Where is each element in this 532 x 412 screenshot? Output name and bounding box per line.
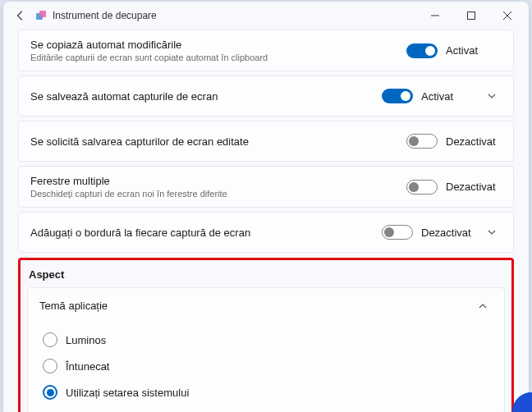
svg-rect-2	[468, 12, 475, 20]
theme-expander-header[interactable]: Temă aplicație	[28, 288, 504, 323]
toggle-status: Dezactivat	[421, 227, 477, 239]
setting-text: Ferestre multiple Deschideți capturi de …	[30, 175, 406, 199]
theme-expander: Temă aplicație Luminos Întunecat Utiliza…	[27, 287, 505, 412]
maximize-button[interactable]	[453, 3, 489, 28]
setting-title: Se salvează automat capturile de ecran	[30, 90, 382, 103]
minimize-button[interactable]	[417, 3, 453, 28]
setting-title: Adăugați o bordură la fiecare captură de…	[30, 227, 382, 239]
chevron-down-icon	[482, 91, 502, 101]
toggle-switch[interactable]	[406, 43, 438, 58]
window-controls	[417, 3, 525, 28]
setting-subtitle: Editările capturii de ecran sunt copiate…	[30, 53, 406, 62]
theme-option[interactable]: Utilizați setarea sistemului	[39, 379, 493, 405]
toggle-switch[interactable]	[382, 89, 413, 103]
setting-row[interactable]: Adăugați o bordură la fiecare captură de…	[18, 212, 514, 253]
setting-title: Se copiază automat modificările	[30, 39, 406, 51]
chevron-up-icon	[473, 301, 493, 311]
app-window: Instrument de decupare Se copiază automa…	[3, 2, 529, 412]
back-button[interactable]	[10, 5, 31, 26]
setting-title: Se solicită salvarea capturilor de ecran…	[30, 135, 406, 148]
toggle-switch[interactable]	[382, 225, 413, 240]
toggle-status: Activat	[421, 90, 477, 103]
aspect-section-label: Aspect	[29, 268, 503, 281]
setting-row[interactable]: Se solicită salvarea capturilor de ecran…	[18, 121, 514, 162]
app-icon	[34, 9, 48, 22]
setting-title: Ferestre multiple	[30, 175, 406, 187]
setting-text: Se salvează automat capturile de ecran	[30, 90, 382, 103]
settings-content[interactable]: Se copiază automat modificările Edităril…	[3, 30, 529, 412]
toggle-status: Activat	[446, 44, 502, 57]
window-title: Instrument de decupare	[53, 10, 417, 21]
aspect-highlight: Aspect Temă aplicație Luminos Întunecat …	[18, 258, 514, 412]
radio-button[interactable]	[43, 332, 57, 347]
toggle-switch[interactable]	[406, 134, 438, 149]
setting-row[interactable]: Se copiază automat modificările Edităril…	[18, 30, 514, 71]
toggle-switch[interactable]	[406, 180, 438, 195]
theme-radio-list: Luminos Întunecat Utilizați setarea sist…	[28, 323, 504, 412]
theme-option-label: Utilizați setarea sistemului	[66, 387, 189, 399]
radio-button[interactable]	[43, 359, 57, 373]
setting-row[interactable]: Ferestre multiple Deschideți capturi de …	[18, 166, 514, 208]
toggle-status: Dezactivat	[446, 135, 502, 148]
toggle-status: Dezactivat	[446, 181, 502, 193]
setting-text: Se copiază automat modificările Edităril…	[30, 39, 406, 62]
setting-text: Adăugați o bordură la fiecare captură de…	[30, 227, 382, 239]
theme-option-label: Întunecat	[66, 360, 110, 373]
theme-option-label: Luminos	[66, 334, 106, 346]
setting-subtitle: Deschideți capturi de ecran noi în feres…	[30, 189, 406, 199]
titlebar: Instrument de decupare	[3, 2, 529, 30]
theme-option[interactable]: Întunecat	[39, 353, 493, 379]
setting-row[interactable]: Se salvează automat capturile de ecran A…	[18, 76, 514, 117]
svg-rect-1	[39, 11, 46, 17]
close-button[interactable]	[489, 3, 525, 28]
theme-title: Temă aplicație	[39, 300, 468, 312]
setting-text: Se solicită salvarea capturilor de ecran…	[30, 135, 406, 148]
radio-button[interactable]	[43, 385, 57, 400]
chevron-down-icon	[482, 227, 502, 237]
theme-option[interactable]: Luminos	[39, 327, 493, 353]
